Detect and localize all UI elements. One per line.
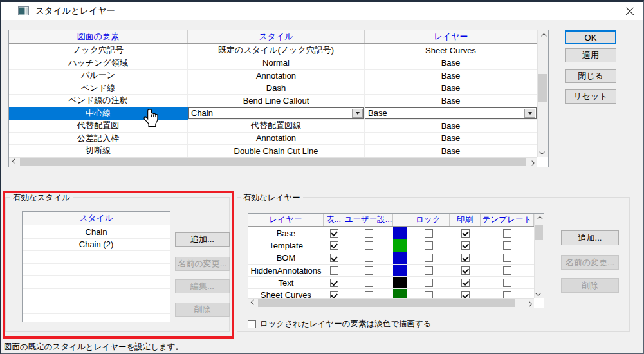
layer-cell[interactable]: Base — [365, 120, 537, 133]
user-defined-checkbox[interactable] — [365, 266, 373, 275]
element-cell[interactable]: バルーン — [9, 70, 188, 82]
table-row[interactable]: ベンド線の注釈Bend Line CalloutBase — [9, 95, 537, 107]
layer-cell[interactable]: Base — [365, 70, 537, 82]
element-cell[interactable]: ハッチング領域 — [9, 57, 188, 70]
apply-button[interactable]: 適用 — [565, 48, 616, 62]
layer-cell[interactable]: Base — [365, 57, 537, 70]
layer-cell[interactable]: Sheet Curves — [365, 44, 537, 57]
element-cell[interactable]: 代替配置図 — [9, 120, 188, 133]
layer-name-cell[interactable]: Template — [248, 239, 324, 252]
layer-color-swatch[interactable] — [393, 239, 407, 251]
lock-checkbox[interactable] — [425, 241, 433, 250]
template-checkbox[interactable] — [503, 254, 511, 262]
print-checkbox[interactable] — [461, 279, 470, 287]
table-row[interactable]: 公差記入枠AnnotationBase — [9, 133, 537, 145]
style-cell[interactable]: Double Chain Cut Line — [188, 145, 365, 157]
layer-name-cell[interactable]: BOM — [248, 252, 324, 265]
scroll-left-button[interactable] — [9, 158, 20, 167]
table-row[interactable]: 中心線ChainBase — [9, 107, 537, 120]
user-defined-checkbox[interactable] — [365, 229, 373, 238]
lock-checkbox[interactable] — [425, 266, 433, 275]
element-cell[interactable]: 切断線 — [9, 145, 188, 157]
scroll-up-button[interactable] — [535, 214, 544, 223]
layer-row[interactable]: HiddenAnnotations — [248, 265, 534, 277]
lock-checkbox[interactable] — [425, 279, 433, 287]
scroll-left-button[interactable] — [248, 299, 258, 308]
scroll-right-button[interactable] — [524, 299, 534, 308]
visible-checkbox[interactable] — [330, 291, 338, 298]
layer-color-swatch[interactable] — [393, 277, 407, 288]
close-icon[interactable] — [625, 6, 635, 16]
layer-color-swatch[interactable] — [393, 227, 407, 239]
style-list-item[interactable] — [23, 314, 170, 322]
layer-row[interactable]: Template — [248, 239, 534, 252]
layer-row[interactable]: Sheet Curves — [248, 289, 534, 298]
table-row[interactable]: ハッチング領域NormalBase — [9, 57, 537, 70]
scrollbar-thumb[interactable] — [20, 158, 526, 166]
element-cell[interactable]: ベンド線 — [9, 82, 188, 95]
table-row[interactable]: ベンド線DashBase — [9, 82, 537, 95]
template-checkbox[interactable] — [503, 291, 511, 298]
style-list-item[interactable] — [23, 301, 170, 314]
style-list-item[interactable] — [23, 289, 170, 302]
user-defined-checkbox[interactable] — [365, 291, 373, 298]
style-list-item[interactable]: Chain — [23, 226, 170, 239]
template-checkbox[interactable] — [503, 241, 511, 250]
layer-row[interactable]: Base — [248, 227, 534, 239]
add-layer-button[interactable]: 追加... — [561, 230, 619, 245]
fade-locked-layers-checkbox[interactable] — [248, 320, 256, 328]
layer-name-cell[interactable]: Sheet Curves — [248, 289, 324, 298]
style-cell[interactable]: 既定のスタイル(ノック穴記号) — [188, 44, 365, 57]
scrollbar-thumb[interactable] — [538, 74, 547, 102]
style-list-item[interactable] — [23, 276, 170, 289]
lock-checkbox[interactable] — [425, 254, 433, 262]
style-cell[interactable]: Normal — [188, 57, 365, 70]
layer-name-cell[interactable]: Base — [248, 227, 324, 239]
style-combobox[interactable]: Chain — [188, 107, 364, 120]
main-table-vertical-scrollbar[interactable] — [537, 30, 548, 157]
scroll-up-button[interactable] — [538, 30, 548, 41]
template-checkbox[interactable] — [503, 266, 511, 275]
scroll-down-button[interactable] — [538, 146, 548, 157]
chevron-down-icon[interactable] — [524, 109, 535, 118]
template-checkbox[interactable] — [503, 279, 511, 287]
user-defined-checkbox[interactable] — [365, 279, 373, 287]
layer-color-swatch[interactable] — [393, 252, 407, 264]
visible-checkbox[interactable] — [330, 229, 338, 238]
layer-name-cell[interactable]: Text — [248, 277, 324, 289]
print-checkbox[interactable] — [461, 229, 470, 238]
ok-button[interactable]: OK — [565, 30, 616, 44]
reset-button[interactable]: リセット — [565, 89, 616, 104]
style-cell[interactable]: Annotation — [188, 70, 365, 82]
visible-checkbox[interactable] — [330, 254, 338, 262]
element-cell[interactable]: ノック穴記号 — [9, 44, 188, 57]
element-cell[interactable]: ベンド線の注釈 — [9, 95, 188, 107]
scroll-down-button[interactable] — [535, 288, 544, 298]
lock-checkbox[interactable] — [425, 229, 433, 238]
layer-color-swatch[interactable] — [393, 265, 407, 276]
user-defined-checkbox[interactable] — [365, 254, 373, 262]
layers-horizontal-scrollbar[interactable] — [248, 298, 534, 308]
element-cell[interactable]: 中心線 — [9, 107, 188, 120]
scroll-right-button[interactable] — [526, 158, 537, 167]
layer-cell[interactable]: Base — [365, 133, 537, 145]
add-style-button[interactable]: 追加... — [175, 232, 230, 247]
print-checkbox[interactable] — [461, 291, 470, 298]
template-checkbox[interactable] — [503, 229, 511, 238]
visible-checkbox[interactable] — [330, 241, 338, 250]
table-row[interactable]: 代替配置図代替配置図線Base — [9, 120, 537, 133]
style-cell[interactable]: Bend Line Callout — [188, 95, 365, 107]
scrollbar-thumb[interactable] — [258, 299, 515, 307]
element-cell[interactable]: 公差記入枠 — [9, 133, 188, 145]
lock-checkbox[interactable] — [425, 291, 433, 298]
table-row[interactable]: 切断線Double Chain Cut LineBase — [9, 145, 537, 157]
style-cell[interactable]: Dash — [188, 82, 365, 95]
style-list-item[interactable] — [23, 264, 170, 277]
layer-row[interactable]: BOM — [248, 252, 534, 265]
layer-combobox[interactable]: Base — [365, 107, 537, 120]
layer-cell[interactable]: Base — [365, 95, 537, 107]
print-checkbox[interactable] — [461, 241, 470, 250]
close-button[interactable]: 閉じる — [565, 69, 616, 83]
print-checkbox[interactable] — [461, 254, 470, 262]
table-row[interactable]: バルーンAnnotationBase — [9, 70, 537, 82]
